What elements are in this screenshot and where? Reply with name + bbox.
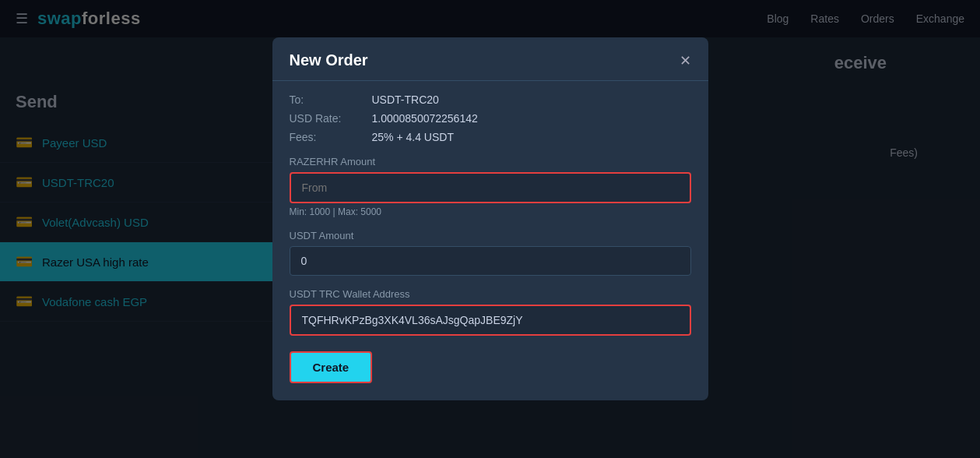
new-order-modal: New Order ✕ To: USDT-TRC20 USD Rate: 1.0… [272, 37, 708, 400]
wallet-input[interactable] [290, 305, 691, 336]
usdt-field-group: USDT Amount [290, 230, 691, 276]
amount-input[interactable] [290, 172, 691, 203]
fees-label: Fees: [290, 131, 360, 143]
wallet-field-group: USDT TRC Wallet Address [290, 288, 691, 336]
rate-value: 1.0000850072256142 [372, 112, 478, 125]
fees-row: Fees: 25% + 4.4 USDT [290, 131, 691, 143]
to-row: To: USDT-TRC20 [290, 93, 691, 106]
fees-value: 25% + 4.4 USDT [372, 131, 454, 143]
to-value: USDT-TRC20 [372, 93, 439, 106]
modal-close-button[interactable]: ✕ [680, 54, 691, 68]
modal-body: To: USDT-TRC20 USD Rate: 1.0000850072256… [272, 81, 708, 400]
amount-field-group: RAZERHR Amount Min: 1000 | Max: 5000 [290, 156, 691, 217]
rate-label: USD Rate: [290, 112, 360, 125]
usdt-input[interactable] [290, 246, 691, 276]
rate-row: USD Rate: 1.0000850072256142 [290, 112, 691, 125]
amount-hint: Min: 1000 | Max: 5000 [290, 206, 691, 217]
modal-header: New Order ✕ [272, 37, 708, 81]
modal-title: New Order [290, 51, 368, 69]
usdt-label: USDT Amount [290, 230, 691, 241]
create-button[interactable]: Create [290, 351, 373, 383]
wallet-label: USDT TRC Wallet Address [290, 288, 691, 300]
to-label: To: [290, 93, 360, 106]
amount-label: RAZERHR Amount [290, 156, 691, 167]
